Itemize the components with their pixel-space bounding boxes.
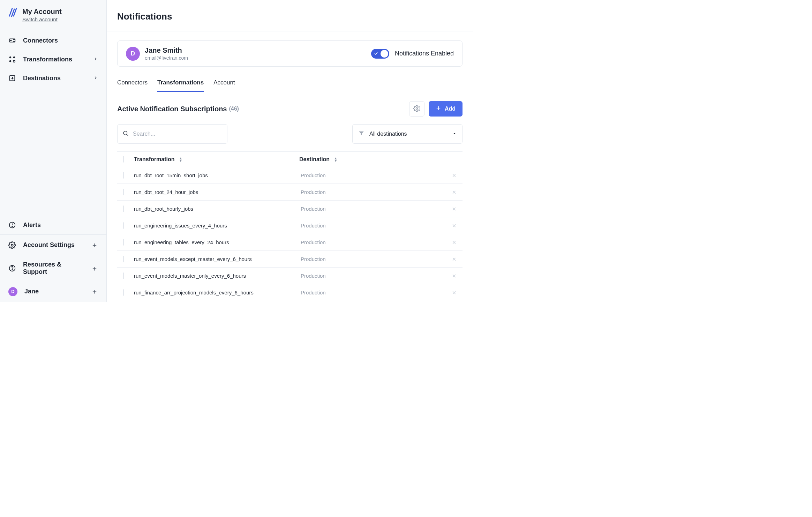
table-row: run_event_models_master_only_every_6_hou…: [117, 268, 463, 284]
remove-row-button[interactable]: [446, 290, 463, 295]
plus-icon: [436, 105, 441, 112]
svg-point-5: [9, 57, 12, 59]
remove-row-button[interactable]: [446, 207, 463, 211]
row-checkbox[interactable]: [123, 222, 124, 229]
brand-logo: [8, 8, 17, 17]
row-checkbox[interactable]: [123, 172, 124, 179]
add-button-label: Add: [445, 106, 456, 112]
remove-row-button[interactable]: [446, 240, 463, 245]
select-all-checkbox[interactable]: [123, 156, 124, 163]
settings-button[interactable]: [409, 101, 424, 117]
user-avatar: D: [8, 287, 17, 296]
notifications-toggle-label: Notifications Enabled: [395, 50, 454, 57]
search-field[interactable]: [117, 124, 227, 144]
table-row: run_finance_arr_projection_models_every_…: [117, 284, 463, 301]
row-checkbox[interactable]: [123, 272, 124, 279]
help-icon: [8, 264, 16, 272]
plus-icon: ＋: [91, 287, 98, 296]
caret-down-icon: [452, 131, 457, 137]
row-transformation-name: run_engineering_tables_every_24_hours: [134, 239, 299, 245]
gear-icon: [413, 105, 420, 113]
sort-icon: ▲▼: [179, 157, 182, 162]
gear-icon: [8, 241, 16, 249]
destinations-filter-label: All destinations: [369, 131, 407, 137]
row-destination: Production: [299, 273, 446, 279]
search-input[interactable]: [133, 131, 222, 137]
svg-point-15: [12, 270, 13, 270]
row-transformation-name: run_dbt_root_15min_short_jobs: [134, 172, 299, 178]
row-checkbox[interactable]: [123, 205, 124, 212]
table-row: run_engineering_tables_every_24_hoursPro…: [117, 234, 463, 251]
nav-connectors[interactable]: Connectors: [0, 31, 106, 50]
svg-point-6: [13, 57, 15, 59]
filter-icon: [358, 130, 364, 138]
row-transformation-name: run_engineering_issues_every_4_hours: [134, 223, 299, 228]
switch-account-link[interactable]: Switch account: [22, 16, 58, 22]
remove-row-button[interactable]: [446, 223, 463, 228]
alerts-icon: [8, 221, 16, 229]
tab-transformations[interactable]: Transformations: [157, 75, 204, 92]
row-destination: Production: [299, 189, 446, 195]
nav-transformations-label: Transformations: [23, 56, 72, 63]
subscriptions-table: Transformation ▲▼ Destination ▲▼ run_dbt…: [117, 151, 463, 301]
sort-icon: ▲▼: [334, 157, 338, 162]
nav-resources-support-label: Resources & Support: [23, 261, 84, 276]
row-transformation-name: run_event_models_except_master_every_6_h…: [134, 256, 299, 262]
remove-row-button[interactable]: [446, 190, 463, 195]
row-checkbox[interactable]: [123, 189, 124, 195]
remove-row-button[interactable]: [446, 274, 463, 278]
filters: All destinations: [117, 124, 463, 144]
chevron-right-icon: [93, 56, 98, 63]
col-transformation[interactable]: Transformation ▲▼: [134, 156, 299, 163]
destinations-filter[interactable]: All destinations: [352, 124, 463, 144]
subscriptions-header: Active Notification Subscriptions (46): [117, 101, 463, 117]
row-checkbox[interactable]: [123, 256, 124, 262]
nav-current-user[interactable]: D Jane ＋: [0, 281, 106, 302]
subscriptions-count: (46): [229, 106, 239, 112]
check-icon: [374, 51, 378, 57]
add-button[interactable]: Add: [429, 101, 463, 117]
tab-account[interactable]: Account: [213, 75, 235, 92]
page-title: Notifications: [107, 0, 473, 31]
svg-point-13: [11, 244, 13, 246]
nav-destinations[interactable]: Destinations: [0, 69, 106, 88]
col-destination[interactable]: Destination ▲▼: [299, 156, 446, 163]
svg-point-16: [416, 107, 418, 109]
row-destination: Production: [299, 206, 446, 212]
plus-icon: ＋: [91, 240, 98, 250]
svg-point-12: [12, 226, 13, 227]
row-transformation-name: run_finance_arr_projection_models_every_…: [134, 290, 299, 295]
nav-transformations[interactable]: Transformations: [0, 50, 106, 69]
nav-resources-support[interactable]: Resources & Support ＋: [0, 255, 106, 281]
bottom-nav: Account Settings ＋ Resources & Support ＋…: [0, 234, 106, 302]
chevron-right-icon: [93, 75, 98, 82]
nav-connectors-label: Connectors: [23, 37, 58, 44]
row-checkbox[interactable]: [123, 239, 124, 246]
tab-connectors[interactable]: Connectors: [117, 75, 148, 92]
svg-point-4: [10, 40, 12, 41]
remove-row-button[interactable]: [446, 173, 463, 178]
user-card: D Jane Smith email@fivetran.com Notifica…: [117, 40, 463, 67]
subscriptions-title: Active Notification Subscriptions: [117, 105, 227, 113]
row-destination: Production: [299, 223, 446, 228]
svg-point-7: [9, 60, 12, 62]
table-row: run_event_models_except_master_every_6_h…: [117, 251, 463, 268]
nav-account-settings-label: Account Settings: [23, 241, 75, 249]
row-transformation-name: run_dbt_root_hourly_jobs: [134, 206, 299, 212]
destinations-icon: [8, 74, 16, 82]
row-destination: Production: [299, 172, 446, 178]
nav-alerts[interactable]: Alerts: [0, 216, 106, 234]
remove-row-button[interactable]: [446, 257, 463, 262]
sidebar-header: My Account Switch account: [0, 0, 106, 29]
main: Notifications D Jane Smith email@fivetra…: [107, 0, 473, 302]
row-transformation-name: run_event_models_master_only_every_6_hou…: [134, 273, 299, 279]
notifications-toggle[interactable]: [371, 49, 389, 59]
nav-destinations-label: Destinations: [23, 75, 61, 82]
table-row: run_engineering_issues_every_4_hoursProd…: [117, 217, 463, 234]
table-row: run_dbt_root_15min_short_jobsProduction: [117, 167, 463, 184]
nav-account-settings[interactable]: Account Settings ＋: [0, 235, 106, 255]
user-avatar-large: D: [126, 47, 140, 61]
user-name: Jane Smith: [145, 46, 188, 54]
toggle-knob: [381, 50, 388, 58]
row-checkbox[interactable]: [123, 289, 124, 296]
